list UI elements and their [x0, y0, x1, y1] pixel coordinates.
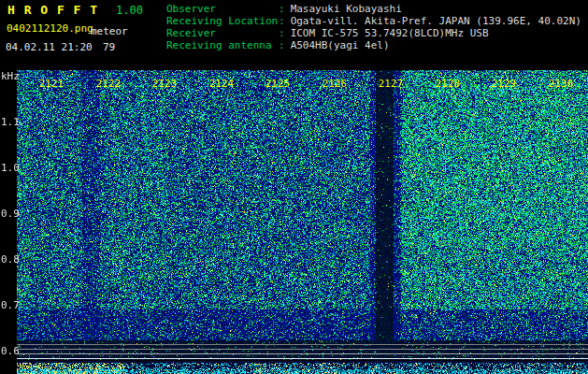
output-filename: 0402112120.png — [7, 22, 93, 35]
datetime-label: 04.02.11 21:20 — [6, 41, 93, 53]
station-info: Observer:Masayuki Kobayashi Receiving Lo… — [166, 3, 581, 51]
info-colon: : — [279, 27, 285, 39]
info-value: ICOM IC-575 53.7492(8LCD)MHz USB — [291, 27, 489, 39]
info-label: Receiver — [166, 27, 279, 39]
info-line-antenna: Receiving antenna:A504HB(yagi 4el) — [166, 39, 581, 51]
app-version: 1.00 — [116, 4, 143, 17]
info-value: Ogata-vill. Akita-Pref. JAPAN (139.96E, … — [291, 15, 581, 27]
time-label-2126: 2126 — [323, 78, 348, 90]
info-value: A504HB(yagi 4el) — [291, 39, 390, 51]
time-label-2121: 2121 — [39, 78, 65, 90]
info-label: Receiving Location — [166, 15, 279, 27]
freq-label-0.8: 0.8 — [1, 253, 20, 266]
freq-label-0.7: 0.7 — [1, 299, 20, 311]
info-label: Receiving antenna — [166, 39, 279, 51]
info-line-location: Receiving Location:Ogata-vill. Akita-Pre… — [166, 15, 581, 27]
time-label-2130: 2130 — [549, 78, 574, 90]
info-value: Masayuki Kobayashi — [291, 3, 402, 15]
time-label-2122: 2122 — [96, 78, 122, 90]
freq-label-1.0: 1.0 — [1, 162, 20, 174]
time-label-2129: 2129 — [492, 78, 517, 90]
signal-level-strip-canvas — [17, 361, 588, 374]
info-line-receiver: Receiver:ICOM IC-575 53.7492(8LCD)MHz US… — [166, 27, 581, 39]
info-colon: : — [279, 3, 285, 15]
freq-label-1.1: 1.1 — [1, 116, 20, 128]
info-colon: : — [279, 15, 285, 27]
mode-label: meteor — [91, 25, 128, 37]
time-label-2123: 2123 — [152, 78, 178, 90]
spectrogram-canvas — [17, 70, 588, 360]
freq-label-0.9: 0.9 — [1, 208, 20, 220]
time-label-2125: 2125 — [265, 78, 291, 90]
freq-axis-unit: kHz — [1, 70, 20, 82]
time-label-2127: 2127 — [379, 78, 404, 90]
info-label: Observer — [166, 3, 279, 15]
time-label-2124: 2124 — [209, 78, 235, 90]
app-title: H R O F F T — [7, 3, 98, 17]
time-label-2128: 2128 — [436, 78, 461, 90]
freq-label-0.6: 0.6 — [1, 345, 20, 357]
info-colon: : — [279, 39, 285, 51]
hrofft-output: H R O F F T 1.00 0402112120.png meteor 0… — [0, 0, 588, 374]
info-line-observer: Observer:Masayuki Kobayashi — [166, 3, 581, 15]
echo-count: 79 — [103, 41, 115, 53]
